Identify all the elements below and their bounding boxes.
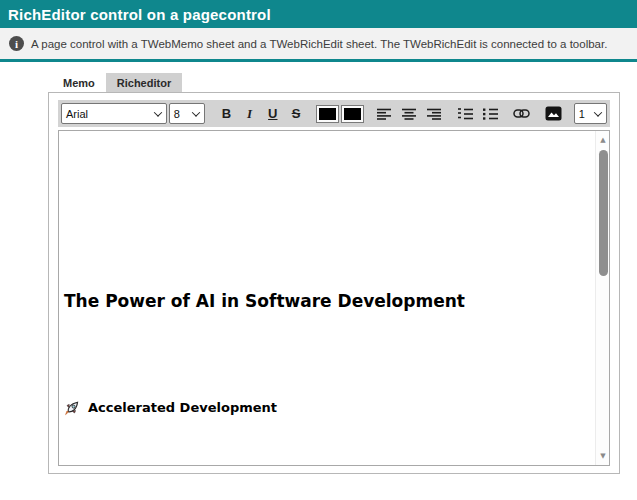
ordered-list-button[interactable] (454, 103, 477, 124)
scroll-up-icon[interactable]: ▲ (596, 133, 610, 147)
document-section-row: Accelerated Development (64, 399, 277, 416)
text-color-button[interactable] (316, 105, 339, 123)
info-bar: i A page control with a TWebMemo sheet a… (0, 28, 637, 62)
scrollbar-thumb[interactable] (599, 150, 608, 276)
tab-memo[interactable]: Memo (52, 73, 106, 92)
richedit-toolbar: Arial 8 B I U S (58, 100, 610, 127)
align-right-button[interactable] (423, 103, 446, 124)
chevron-down-icon (153, 108, 161, 116)
pagecontrol-tabs: Memo Richeditor (52, 73, 182, 92)
font-family-select[interactable]: Arial (61, 103, 167, 124)
richedit-area[interactable]: The Power of AI in Software Development … (58, 130, 610, 466)
chevron-down-icon (594, 108, 602, 116)
document-heading: The Power of AI in Software Development (64, 291, 465, 311)
align-left-button[interactable] (372, 103, 395, 124)
text-color-swatch (319, 108, 336, 120)
image-icon (545, 106, 562, 121)
unordered-list-button[interactable] (479, 103, 502, 124)
link-icon (513, 108, 530, 119)
insert-image-button[interactable] (542, 103, 565, 124)
chevron-down-icon (192, 108, 200, 116)
tab-richeditor[interactable]: Richeditor (106, 73, 182, 92)
highlight-color-button[interactable] (341, 105, 364, 123)
rocket-icon (64, 399, 81, 416)
info-text: A page control with a TWebMemo sheet and… (31, 38, 607, 50)
ordered-list-icon (458, 108, 473, 120)
page-header: RichEditor control on a pagecontrol (0, 0, 637, 28)
align-left-icon (377, 108, 391, 120)
font-size-select[interactable]: 8 (169, 103, 205, 124)
page-title: RichEditor control on a pagecontrol (8, 6, 271, 23)
underline-button[interactable]: U (261, 103, 284, 124)
font-family-value: Arial (66, 108, 88, 120)
bold-button[interactable]: B (215, 103, 238, 124)
line-spacing-value: 1 (579, 108, 585, 120)
richeditor-sheet: Arial 8 B I U S (48, 92, 620, 474)
align-center-icon (402, 108, 416, 120)
main-area: Memo Richeditor Arial 8 B I U S (0, 62, 637, 497)
info-icon: i (9, 36, 24, 51)
insert-link-button[interactable] (510, 103, 533, 124)
font-size-value: 8 (174, 108, 180, 120)
document-section-title: Accelerated Development (88, 400, 277, 415)
align-center-button[interactable] (398, 103, 421, 124)
italic-button[interactable]: I (238, 103, 261, 124)
align-right-icon (427, 108, 441, 120)
highlight-color-swatch (344, 108, 361, 120)
scroll-down-icon[interactable]: ▼ (596, 449, 610, 463)
richedit-document[interactable]: The Power of AI in Software Development … (59, 131, 595, 465)
line-spacing-select[interactable]: 1 (574, 103, 607, 124)
unordered-list-icon (483, 108, 498, 120)
strikethrough-button[interactable]: S (284, 103, 307, 124)
vertical-scrollbar[interactable]: ▲ ▼ (595, 131, 609, 465)
